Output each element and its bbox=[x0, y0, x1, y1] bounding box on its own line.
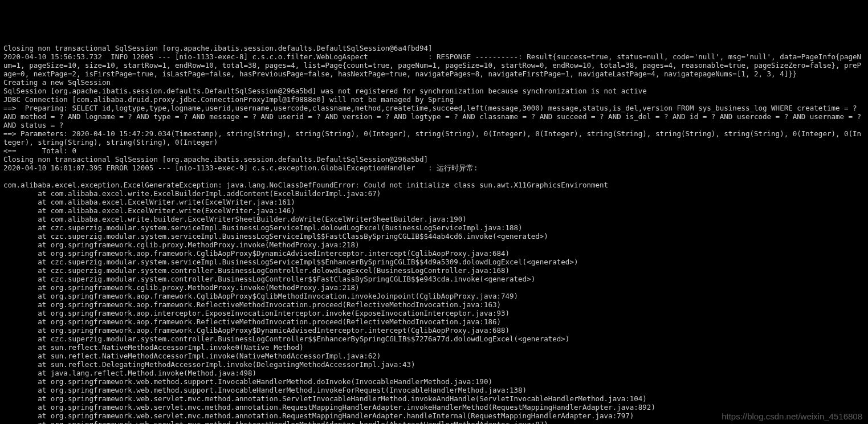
log-line: at sun.reflect.NativeMethodAccessorImpl.… bbox=[3, 352, 865, 360]
log-line: at sun.reflect.DelegatingMethodAccessorI… bbox=[3, 360, 865, 369]
log-line: at org.springframework.aop.framework.Cgl… bbox=[3, 292, 865, 300]
log-line: SqlSession [org.apache.ibatis.session.de… bbox=[3, 87, 865, 95]
log-line: at czc.superzig.modular.system.serviceIm… bbox=[3, 223, 865, 232]
log-line: at org.springframework.web.servlet.mvc.m… bbox=[3, 411, 865, 420]
terminal-output[interactable]: Closing non transactional SqlSession [or… bbox=[0, 43, 868, 424]
log-line: Closing non transactional SqlSession [or… bbox=[3, 44, 865, 52]
log-line: at com.alibaba.excel.ExcelWriter.write(E… bbox=[3, 198, 865, 206]
log-line: at org.springframework.aop.framework.Ref… bbox=[3, 300, 865, 309]
log-line: at org.springframework.cglib.proxy.Metho… bbox=[3, 283, 865, 292]
log-line: at czc.superzig.modular.system.serviceIm… bbox=[3, 258, 865, 266]
log-line: ==> Preparing: SELECT id,logtype,type,lo… bbox=[3, 104, 865, 129]
log-line: com.alibaba.excel.exception.ExcelGenerat… bbox=[3, 181, 865, 189]
log-line: ==> Parameters: 2020-04-10 15:47:29.034(… bbox=[3, 129, 865, 146]
log-line: at org.springframework.cglib.proxy.Metho… bbox=[3, 240, 865, 249]
log-line: JDBC Connection [com.alibaba.druid.proxy… bbox=[3, 95, 865, 104]
log-line: 2020-04-10 15:56:53.732 INFO 12005 --- [… bbox=[3, 52, 865, 78]
log-line bbox=[3, 172, 865, 181]
log-line: at org.springframework.web.servlet.mvc.m… bbox=[3, 394, 865, 403]
log-line: at czc.superzig.modular.system.controlle… bbox=[3, 335, 865, 343]
log-line: at org.springframework.aop.framework.Cgl… bbox=[3, 249, 865, 258]
log-line: at com.alibaba.excel.write.ExcelBuilderI… bbox=[3, 189, 865, 198]
log-line: at czc.superzig.modular.system.controlle… bbox=[3, 266, 865, 275]
log-line: at com.alibaba.excel.ExcelWriter.write(E… bbox=[3, 206, 865, 215]
log-line: at sun.reflect.NativeMethodAccessorImpl.… bbox=[3, 343, 865, 352]
log-line: at org.springframework.web.method.suppor… bbox=[3, 386, 865, 394]
log-line: at com.alibaba.excel.write.builder.Excel… bbox=[3, 215, 865, 223]
log-line: at czc.superzig.modular.system.serviceIm… bbox=[3, 232, 865, 240]
log-line: at org.springframework.web.servlet.mvc.m… bbox=[3, 420, 865, 424]
log-line: at org.springframework.web.method.suppor… bbox=[3, 377, 865, 386]
log-line: at org.springframework.aop.framework.Ref… bbox=[3, 317, 865, 326]
log-line: at org.springframework.aop.interceptor.E… bbox=[3, 309, 865, 317]
log-line: at czc.superzig.modular.system.controlle… bbox=[3, 275, 865, 283]
log-line: at java.lang.reflect.Method.invoke(Metho… bbox=[3, 369, 865, 377]
log-line: at org.springframework.aop.framework.Cgl… bbox=[3, 326, 865, 335]
log-line: at org.springframework.web.servlet.mvc.m… bbox=[3, 403, 865, 411]
log-line: 2020-04-10 16:01:07.395 ERROR 12005 --- … bbox=[3, 164, 865, 172]
log-line: Creating a new SqlSession bbox=[3, 78, 865, 87]
log-line: Closing non transactional SqlSession [or… bbox=[3, 155, 865, 164]
log-line: <== Total: 0 bbox=[3, 146, 865, 155]
